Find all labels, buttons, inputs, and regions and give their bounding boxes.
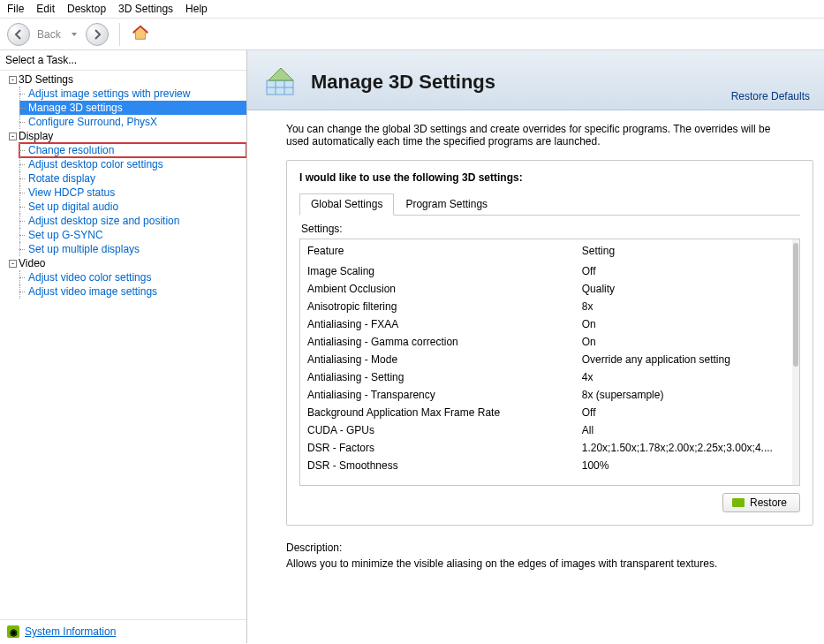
tree-item[interactable]: Set up G-SYNC (19, 228, 246, 242)
home-icon (131, 23, 150, 42)
cell-feature: Antialiasing - FXAA (300, 315, 575, 333)
tree-item[interactable]: Adjust video color settings (19, 270, 246, 284)
settings-table: Feature Setting Image ScalingOffAmbient … (300, 239, 799, 474)
sidebar-footer: ◉ System Information (0, 620, 246, 643)
scrollbar-thumb[interactable] (793, 243, 798, 367)
tree-item[interactable]: Change resolution (19, 143, 246, 157)
table-row[interactable]: Ambient OcclusionQuality (300, 280, 799, 298)
description-block: Description: Allows you to minimize the … (286, 542, 813, 570)
table-row[interactable]: Antialiasing - FXAAOn (300, 315, 799, 333)
menubar: File Edit Desktop 3D Settings Help (0, 0, 824, 19)
expander-icon[interactable]: - (9, 133, 17, 140)
expander-icon[interactable]: - (9, 76, 17, 84)
table-row[interactable]: Background Application Max Frame RateOff (300, 404, 799, 421)
cell-setting: Quality (575, 280, 799, 298)
settings-table-container: Feature Setting Image ScalingOffAmbient … (299, 239, 800, 486)
back-button[interactable] (7, 23, 30, 46)
menu-desktop[interactable]: Desktop (67, 3, 106, 15)
table-row[interactable]: Antialiasing - Setting4x (300, 368, 799, 386)
cell-feature: Anisotropic filtering (300, 298, 575, 315)
table-row[interactable]: DSR - Smoothness100% (300, 457, 799, 474)
sidebar-header: Select a Task... (0, 50, 246, 71)
table-row[interactable]: Antialiasing - Gamma correctionOn (300, 333, 799, 351)
cell-setting: On (575, 315, 799, 333)
tree-item[interactable]: Set up multiple displays (19, 242, 246, 256)
task-tree: -3D SettingsAdjust image settings with p… (0, 71, 246, 620)
settings-label: Settings: (301, 223, 800, 235)
table-row[interactable]: Antialiasing - Transparency8x (supersamp… (300, 386, 799, 404)
content-area: Manage 3D Settings Restore Defaults You … (247, 50, 824, 643)
cell-feature: Image Scaling (300, 262, 575, 280)
page-title: Manage 3D Settings (311, 71, 495, 94)
home-button[interactable] (131, 23, 150, 45)
content-header: Manage 3D Settings Restore Defaults (247, 50, 824, 110)
menu-help[interactable]: Help (185, 3, 208, 15)
toolbar-divider (119, 23, 120, 46)
forward-button[interactable] (86, 23, 109, 46)
back-label: Back (37, 28, 61, 41)
cell-setting: 8x (575, 298, 799, 315)
tree-group[interactable]: -Video (4, 256, 246, 270)
tree-item[interactable]: Configure Surround, PhysX (19, 115, 246, 129)
header-3d-icon (263, 63, 299, 101)
cell-setting: 100% (575, 457, 799, 474)
nvidia-icon: ◉ (7, 625, 19, 638)
cell-feature: DSR - Factors (300, 439, 575, 457)
menu-3d-settings[interactable]: 3D Settings (118, 3, 173, 15)
cell-feature: Antialiasing - Transparency (300, 386, 575, 404)
cell-feature: Antialiasing - Mode (300, 351, 575, 368)
tree-item[interactable]: Manage 3D settings (19, 101, 246, 115)
tree-group-label: Display (19, 130, 53, 142)
table-row[interactable]: DSR - Factors1.20x;1.50x;1.78x;2.00x;2.2… (300, 439, 799, 457)
tree-item[interactable]: Adjust desktop color settings (19, 157, 246, 171)
description-label: Description: (286, 542, 813, 554)
system-information-link[interactable]: System Information (25, 625, 116, 638)
cell-setting: 4x (575, 368, 799, 386)
restore-button[interactable]: Restore (722, 493, 800, 512)
cell-feature: Ambient Occlusion (300, 280, 575, 298)
panel-title: I would like to use the following 3D set… (299, 171, 800, 184)
tree-item[interactable]: Rotate display (19, 171, 246, 186)
tab[interactable]: Program Settings (394, 193, 499, 216)
tree-item[interactable]: View HDCP status (19, 186, 246, 200)
table-row[interactable]: CUDA - GPUsAll (300, 421, 799, 439)
col-feature[interactable]: Feature (300, 239, 575, 262)
arrow-left-icon (13, 29, 24, 40)
tab[interactable]: Global Settings (299, 193, 394, 216)
tree-item[interactable]: Adjust image settings with preview (19, 87, 246, 101)
menu-edit[interactable]: Edit (36, 3, 55, 15)
tree-group-label: Video (19, 257, 45, 269)
table-row[interactable]: Anisotropic filtering8x (300, 298, 799, 315)
description-text: Allows you to minimize the visible alias… (286, 557, 813, 570)
table-row[interactable]: Image ScalingOff (300, 262, 799, 280)
col-setting[interactable]: Setting (575, 239, 799, 262)
cell-setting: Override any application setting (575, 351, 799, 368)
settings-panel: I would like to use the following 3D set… (286, 160, 813, 526)
tree-group-label: 3D Settings (19, 73, 73, 86)
expander-icon[interactable]: - (9, 260, 17, 268)
cell-setting: All (575, 421, 799, 439)
cell-feature: Background Application Max Frame Rate (300, 404, 575, 421)
cell-setting: Off (575, 404, 799, 421)
table-row[interactable]: Antialiasing - ModeOverride any applicat… (300, 351, 799, 368)
tree-item[interactable]: Set up digital audio (19, 200, 246, 214)
cell-setting: 8x (supersample) (575, 386, 799, 404)
toolbar: Back (0, 19, 824, 50)
back-history-dropdown[interactable] (72, 33, 77, 36)
settings-scrollbar[interactable] (792, 239, 799, 485)
tree-item[interactable]: Adjust desktop size and position (19, 214, 246, 228)
intro-text: You can change the global 3D settings an… (286, 123, 781, 148)
tree-item[interactable]: Adjust video image settings (19, 284, 246, 299)
tabs: Global SettingsProgram Settings (299, 193, 800, 216)
restore-button-label: Restore (750, 496, 787, 509)
nvidia-logo-icon (732, 498, 745, 507)
tree-group[interactable]: -Display (4, 129, 246, 143)
cell-feature: Antialiasing - Gamma correction (300, 333, 575, 351)
menu-file[interactable]: File (7, 3, 24, 15)
cell-setting: On (575, 333, 799, 351)
arrow-right-icon (92, 29, 102, 40)
restore-defaults-link[interactable]: Restore Defaults (731, 90, 810, 102)
sidebar: Select a Task... -3D SettingsAdjust imag… (0, 50, 247, 643)
cell-feature: CUDA - GPUs (300, 421, 575, 439)
tree-group[interactable]: -3D Settings (4, 72, 246, 87)
